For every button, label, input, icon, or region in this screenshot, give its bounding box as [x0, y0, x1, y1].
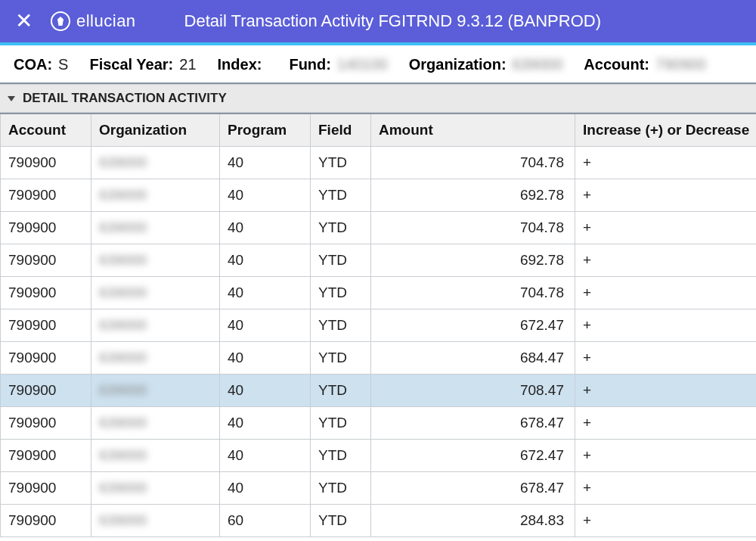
- cell-organization[interactable]: 639000: [91, 342, 220, 375]
- table-row[interactable]: 79090063900040YTD704.78+: [1, 147, 757, 179]
- cell-organization[interactable]: 639000: [91, 505, 220, 537]
- cell-organization[interactable]: 639000: [91, 244, 220, 277]
- collapse-icon[interactable]: [8, 96, 15, 101]
- col-amount[interactable]: Amount: [371, 113, 575, 147]
- cell-amount[interactable]: 678.47: [371, 407, 575, 440]
- cell-incdec[interactable]: +: [575, 309, 757, 342]
- key-block: COA: S Fiscal Year: 21 Index: Fund: 1401…: [0, 45, 756, 82]
- cell-account[interactable]: 790900: [1, 244, 91, 277]
- table-row[interactable]: 79090063900040YTD708.47+: [1, 375, 757, 407]
- table-row[interactable]: 79090063900040YTD672.47+: [1, 309, 757, 342]
- close-icon[interactable]: ✕: [15, 11, 33, 32]
- cell-incdec[interactable]: +: [575, 179, 757, 212]
- cell-field[interactable]: YTD: [311, 309, 371, 342]
- detail-section: DETAIL TRANSACTION ACTIVITY Account Orga…: [0, 82, 756, 537]
- cell-account[interactable]: 790900: [1, 505, 91, 537]
- cell-field[interactable]: YTD: [311, 147, 371, 179]
- ellucian-logo-icon: [51, 11, 70, 31]
- cell-field[interactable]: YTD: [311, 407, 371, 440]
- table-row[interactable]: 79090063900040YTD692.78+: [1, 179, 757, 212]
- col-account[interactable]: Account: [1, 113, 91, 147]
- table-row[interactable]: 79090063900040YTD672.47+: [1, 440, 757, 472]
- cell-program[interactable]: 40: [220, 212, 311, 244]
- cell-program[interactable]: 40: [220, 440, 311, 472]
- cell-organization[interactable]: 639000: [91, 147, 220, 179]
- table-row[interactable]: 79090063900040YTD684.47+: [1, 342, 757, 375]
- cell-account[interactable]: 790900: [1, 440, 91, 472]
- cell-incdec[interactable]: +: [575, 407, 757, 440]
- cell-incdec[interactable]: +: [575, 505, 757, 537]
- cell-account[interactable]: 790900: [1, 309, 91, 342]
- cell-program[interactable]: 40: [220, 179, 311, 212]
- cell-program[interactable]: 40: [220, 375, 311, 407]
- cell-field[interactable]: YTD: [311, 440, 371, 472]
- cell-account[interactable]: 790900: [1, 342, 91, 375]
- table-row[interactable]: 79090063900060YTD284.83+: [1, 505, 757, 537]
- cell-amount[interactable]: 678.47: [371, 472, 575, 505]
- cell-organization[interactable]: 639000: [91, 309, 220, 342]
- cell-organization[interactable]: 639000: [91, 472, 220, 505]
- table-row[interactable]: 79090063900040YTD678.47+: [1, 407, 757, 440]
- cell-program[interactable]: 40: [220, 407, 311, 440]
- cell-organization[interactable]: 639000: [91, 277, 220, 309]
- cell-amount[interactable]: 704.78: [371, 212, 575, 244]
- cell-program[interactable]: 40: [220, 147, 311, 179]
- cell-field[interactable]: YTD: [311, 179, 371, 212]
- cell-field[interactable]: YTD: [311, 505, 371, 537]
- cell-account[interactable]: 790900: [1, 375, 91, 407]
- cell-organization[interactable]: 639000: [91, 375, 220, 407]
- cell-incdec[interactable]: +: [575, 244, 757, 277]
- col-organization[interactable]: Organization: [91, 113, 220, 147]
- cell-account[interactable]: 790900: [1, 147, 91, 179]
- cell-incdec[interactable]: +: [575, 147, 757, 179]
- table-row[interactable]: 79090063900040YTD692.78+: [1, 244, 757, 277]
- brand: ellucian: [51, 11, 136, 31]
- table-row[interactable]: 79090063900040YTD704.78+: [1, 277, 757, 309]
- cell-incdec[interactable]: +: [575, 212, 757, 244]
- cell-program[interactable]: 40: [220, 244, 311, 277]
- cell-amount[interactable]: 708.47: [371, 375, 575, 407]
- cell-amount[interactable]: 684.47: [371, 342, 575, 375]
- cell-field[interactable]: YTD: [311, 375, 371, 407]
- cell-organization[interactable]: 639000: [91, 179, 220, 212]
- cell-field[interactable]: YTD: [311, 342, 371, 375]
- cell-program[interactable]: 40: [220, 472, 311, 505]
- cell-amount[interactable]: 692.78: [371, 244, 575, 277]
- cell-incdec[interactable]: +: [575, 277, 757, 309]
- cell-organization[interactable]: 639000: [91, 212, 220, 244]
- cell-account[interactable]: 790900: [1, 277, 91, 309]
- cell-field[interactable]: YTD: [311, 244, 371, 277]
- param-account: Account: 790900: [584, 56, 705, 73]
- cell-program[interactable]: 60: [220, 505, 311, 537]
- table-header-row: Account Organization Program Field Amoun…: [1, 113, 757, 147]
- cell-incdec[interactable]: +: [575, 472, 757, 505]
- cell-field[interactable]: YTD: [311, 472, 371, 505]
- cell-amount[interactable]: 672.47: [371, 309, 575, 342]
- col-incdec[interactable]: Increase (+) or Decrease: [575, 113, 757, 147]
- cell-incdec[interactable]: +: [575, 375, 757, 407]
- cell-amount[interactable]: 704.78: [371, 277, 575, 309]
- cell-account[interactable]: 790900: [1, 472, 91, 505]
- cell-field[interactable]: YTD: [311, 212, 371, 244]
- cell-organization[interactable]: 639000: [91, 407, 220, 440]
- table-body: 79090063900040YTD704.78+79090063900040YT…: [1, 147, 757, 537]
- cell-account[interactable]: 790900: [1, 179, 91, 212]
- page-title: Detail Transaction Activity FGITRND 9.3.…: [184, 11, 601, 31]
- table-row[interactable]: 79090063900040YTD678.47+: [1, 472, 757, 505]
- col-program[interactable]: Program: [220, 113, 311, 147]
- cell-amount[interactable]: 692.78: [371, 179, 575, 212]
- cell-amount[interactable]: 672.47: [371, 440, 575, 472]
- cell-field[interactable]: YTD: [311, 277, 371, 309]
- cell-program[interactable]: 40: [220, 277, 311, 309]
- cell-amount[interactable]: 284.83: [371, 505, 575, 537]
- cell-incdec[interactable]: +: [575, 342, 757, 375]
- table-row[interactable]: 79090063900040YTD704.78+: [1, 212, 757, 244]
- cell-organization[interactable]: 639000: [91, 440, 220, 472]
- cell-program[interactable]: 40: [220, 342, 311, 375]
- cell-program[interactable]: 40: [220, 309, 311, 342]
- cell-amount[interactable]: 704.78: [371, 147, 575, 179]
- cell-incdec[interactable]: +: [575, 440, 757, 472]
- col-field[interactable]: Field: [311, 113, 371, 147]
- cell-account[interactable]: 790900: [1, 212, 91, 244]
- cell-account[interactable]: 790900: [1, 407, 91, 440]
